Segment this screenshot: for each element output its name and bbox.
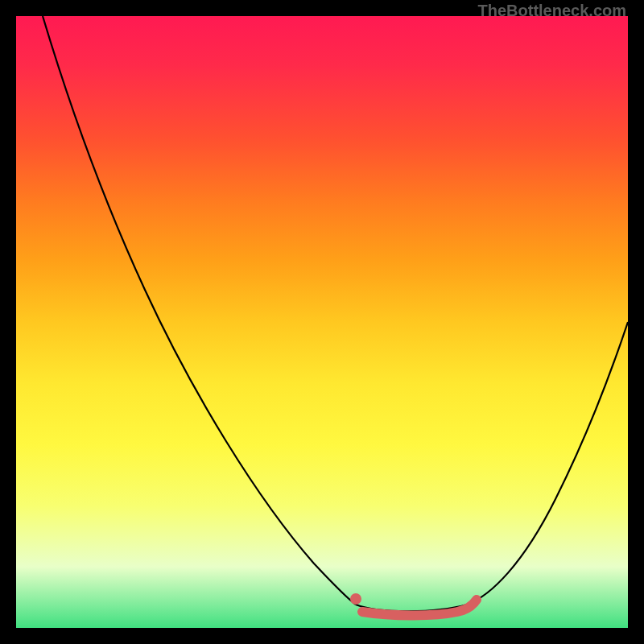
left-curve <box>43 16 356 605</box>
attribution-label: TheBottleneck.com <box>478 2 626 20</box>
marker-dot <box>350 593 361 605</box>
right-curve <box>467 322 628 605</box>
curve-layer <box>16 16 628 628</box>
chart-container: TheBottleneck.com <box>0 0 644 644</box>
marker-highlight <box>362 600 477 616</box>
